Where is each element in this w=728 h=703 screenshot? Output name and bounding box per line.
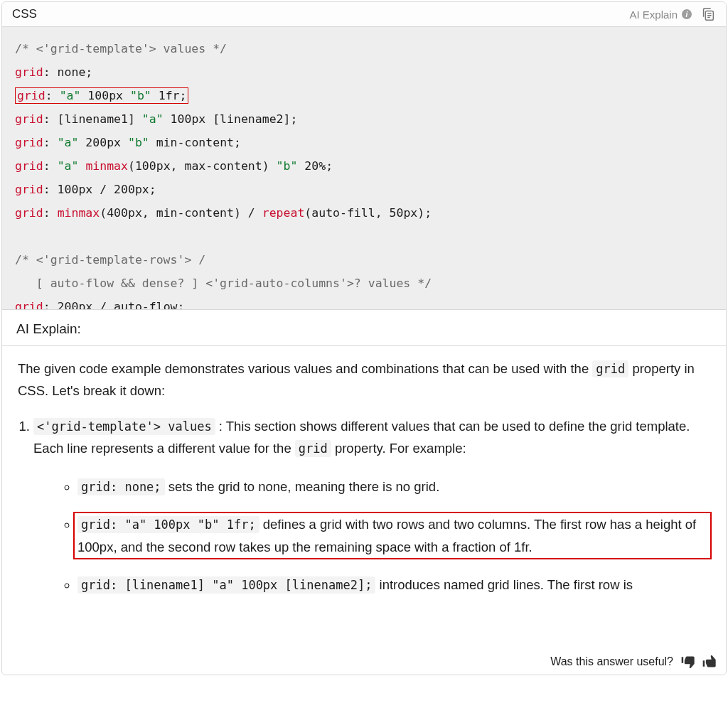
- code-string: "a": [58, 159, 79, 173]
- code-prop: grid: [15, 136, 43, 149]
- code-text: : none;: [43, 65, 93, 79]
- code-text: : [linename1]: [43, 112, 142, 126]
- explain-intro: The given code example demonstrates vari…: [18, 358, 710, 402]
- ai-explain-label: AI Explain: [629, 9, 678, 21]
- ai-explain-body: The given code example demonstrates vari…: [2, 346, 726, 650]
- code-text: (400px, min-content) /: [100, 206, 262, 220]
- inline-code: grid: [592, 360, 628, 377]
- explain-text: The given code example demonstrates vari…: [18, 361, 592, 376]
- explain-text: property. For example:: [331, 441, 466, 456]
- inline-code: grid: "a" 100px "b" 1fr;: [77, 516, 259, 533]
- explain-ordered-list: <'grid-template'> values : This section …: [18, 415, 710, 596]
- code-string: "b": [130, 89, 151, 102]
- code-text: (auto-fill, 50px);: [304, 206, 432, 220]
- ai-explain-button[interactable]: AI Explain i: [629, 9, 692, 21]
- code-string: "a": [60, 89, 81, 102]
- code-fn: minmax: [58, 206, 100, 220]
- code-prop: grid: [15, 65, 43, 79]
- code-text: : 100px / 200px;: [43, 183, 156, 196]
- code-prop: grid: [15, 206, 43, 220]
- ai-explain-panel: AI Explain: The given code example demon…: [2, 309, 726, 675]
- code-comment: [ auto-flow && dense? ] <'grid-auto-colu…: [15, 277, 432, 290]
- list-item: grid: none; sets the grid to none, meani…: [77, 476, 710, 498]
- inline-code: <'grid-template'> values: [33, 418, 215, 435]
- panel-header: CSS AI Explain i: [2, 2, 726, 27]
- explain-text: introduces named grid lines. The first r…: [375, 577, 633, 592]
- thumbs-up-icon[interactable]: [702, 655, 716, 669]
- code-text: 1fr;: [151, 89, 187, 102]
- code-text: (100px, max-content): [128, 159, 277, 173]
- code-text: 200px: [78, 136, 128, 149]
- code-text: 100px [linename2];: [164, 112, 298, 126]
- code-text: : 200px / auto-flow;: [43, 300, 185, 309]
- code-block: /* <'grid-template'> values */ grid: non…: [2, 27, 726, 309]
- inline-code: grid: [295, 440, 331, 457]
- inline-code: grid: none;: [77, 478, 165, 495]
- code-prop: grid: [15, 159, 43, 173]
- code-fn: minmax: [85, 159, 128, 173]
- code-prop: grid: [15, 183, 43, 196]
- code-panel: CSS AI Explain i /* <'grid-template'> va…: [1, 1, 727, 675]
- code-string: "a": [58, 136, 79, 149]
- thumbs-down-icon[interactable]: [680, 655, 695, 669]
- code-comment: /* <'grid-template'> values */: [15, 42, 227, 55]
- feedback-bar: Was this answer useful?: [2, 650, 726, 675]
- code-prop: grid: [15, 112, 43, 126]
- code-fn: repeat: [262, 206, 305, 220]
- explain-text: sets the grid to none, meaning there is …: [165, 479, 440, 494]
- panel-title: CSS: [12, 7, 37, 21]
- list-item: grid: [linename1] "a" 100px [linename2];…: [77, 574, 710, 596]
- code-text: 20%;: [297, 159, 333, 173]
- list-item: <'grid-template'> values : This section …: [33, 415, 710, 596]
- inline-code: grid: [linename1] "a" 100px [linename2];: [77, 576, 375, 594]
- code-text: 100px: [80, 89, 130, 102]
- header-actions: AI Explain i: [629, 6, 716, 22]
- highlighted-code-line: grid: "a" 100px "b" 1fr;: [15, 87, 188, 104]
- code-comment: /* <'grid-template-rows'> /: [15, 253, 205, 267]
- code-string: "a": [142, 112, 164, 126]
- explain-bullet-list: grid: none; sets the grid to none, meani…: [62, 476, 710, 596]
- feedback-prompt: Was this answer useful?: [550, 655, 673, 668]
- ai-explain-heading: AI Explain:: [2, 310, 726, 346]
- code-string: "b": [277, 159, 298, 173]
- copy-icon[interactable]: [700, 6, 716, 22]
- list-item-highlighted: grid: "a" 100px "b" 1fr; defines a grid …: [77, 513, 710, 558]
- info-icon: i: [682, 9, 692, 19]
- code-prop: grid: [15, 300, 43, 309]
- code-string: "b": [128, 136, 149, 149]
- code-text: min-content;: [149, 136, 241, 149]
- code-prop: grid: [17, 89, 46, 102]
